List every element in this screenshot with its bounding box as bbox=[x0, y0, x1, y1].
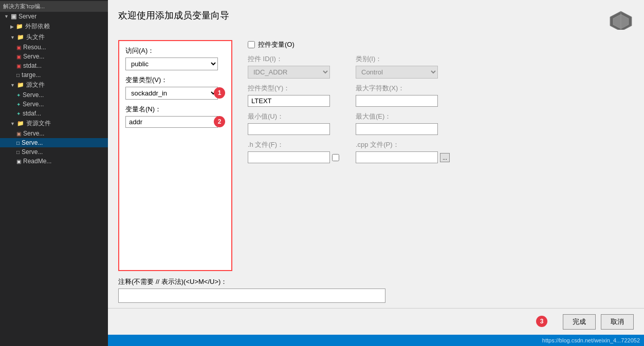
cpp-icon-3: ✦ bbox=[16, 111, 21, 117]
cpp-browse-button[interactable]: ... bbox=[440, 153, 450, 162]
dialog-body: 访问(A)： public protected private 变量类型(V)： bbox=[108, 35, 644, 308]
access-select[interactable]: public protected private bbox=[125, 57, 218, 70]
comment-section: 注释(不需要 // 表示法)(<U>M</U>)： bbox=[118, 277, 634, 303]
control-type-input bbox=[248, 95, 330, 107]
sidebar-item-serve6[interactable]: □ Serve... bbox=[0, 147, 108, 157]
main-area: 欢迎使用添加成员变量向导 访问(A)： bbox=[108, 0, 644, 346]
var-name-label: 变量名(N)： bbox=[125, 105, 225, 114]
dialog-icon-area bbox=[608, 9, 634, 30]
cancel-button[interactable]: 取消 bbox=[601, 314, 634, 330]
sidebar-item-serve3[interactable]: ✦ Serve... bbox=[0, 100, 108, 109]
h-file-row bbox=[248, 151, 340, 163]
server-label: Server bbox=[19, 13, 36, 20]
right-panel: 控件 ID(I)： IDC_ADDR 控件类型(Y)： 最小值(U)： bbox=[248, 54, 634, 163]
finish-button[interactable]: 完成 bbox=[563, 314, 596, 330]
h-file-label: .h 文件(F)： bbox=[248, 140, 340, 149]
sidebar-item-external-deps[interactable]: ▶ 📁 外部依赖 bbox=[0, 21, 108, 32]
rc-icon-2: □ bbox=[16, 149, 20, 155]
max-val-input bbox=[356, 123, 438, 135]
stdaf-label: stdaf... bbox=[23, 110, 41, 117]
dialog-footer: 3 完成 取消 bbox=[108, 308, 644, 335]
dialog-title: 欢迎使用添加成员变量向导 bbox=[118, 9, 229, 22]
sidebar-item-resou[interactable]: ▣ Resou... bbox=[0, 43, 108, 52]
category-select[interactable]: Control bbox=[356, 66, 438, 79]
sidebar-item-serve1[interactable]: ▣ Serve... bbox=[0, 52, 108, 61]
var-type-select[interactable]: sockaddr_in bbox=[125, 87, 218, 100]
comment-input[interactable] bbox=[118, 289, 385, 303]
var-name-input[interactable] bbox=[125, 116, 218, 128]
sidebar-item-server[interactable]: ▼ ▣ Server bbox=[0, 12, 108, 21]
min-val-input bbox=[248, 123, 330, 135]
external-deps-label: 外部依赖 bbox=[25, 22, 50, 31]
access-label: 访问(A)： bbox=[125, 46, 225, 55]
status-url: https://blog.csdn.net/weixin_4...722052 bbox=[542, 337, 640, 343]
max-chars-group: 最大字符数(X)： bbox=[356, 84, 450, 107]
serve2-label: Serve... bbox=[23, 91, 44, 99]
sidebar-item-readme[interactable]: ▣ ReadMe... bbox=[0, 157, 108, 166]
h-file-checkbox[interactable] bbox=[332, 154, 339, 161]
header-files-label: 头文件 bbox=[26, 33, 45, 42]
control-id-select[interactable]: IDC_ADDR bbox=[248, 66, 330, 79]
rc-icon: □ bbox=[16, 140, 20, 146]
sidebar-item-stdat[interactable]: ▣ stdat... bbox=[0, 61, 108, 70]
serve6-label: Serve... bbox=[22, 148, 43, 156]
status-bar: https://blog.csdn.net/weixin_4...722052 bbox=[108, 335, 644, 346]
right-col-right: 类别(I)： Control 最大字符数(X)： 最大值(E)： bbox=[356, 54, 450, 163]
min-val-label: 最小值(U)： bbox=[248, 112, 340, 121]
serve3-label: Serve... bbox=[23, 101, 44, 108]
var-name-group: 变量名(N)： 2 bbox=[125, 105, 225, 128]
h-file-icon: ▣ bbox=[16, 45, 21, 50]
sidebar-item-serve5[interactable]: □ Serve... bbox=[0, 138, 108, 147]
folder-icon-3: 📁 bbox=[17, 82, 24, 88]
cpp-icon-2: ✦ bbox=[16, 102, 21, 107]
right-col-left: 控件 ID(I)： IDC_ADDR 控件类型(Y)： 最小值(U)： bbox=[248, 54, 340, 163]
control-var-checkbox[interactable] bbox=[248, 41, 255, 48]
max-chars-input bbox=[356, 95, 438, 107]
dialog-container: 欢迎使用添加成员变量向导 访问(A)： bbox=[108, 0, 644, 335]
max-val-label: 最大值(E)： bbox=[356, 112, 450, 121]
sidebar-item-stdaf[interactable]: ✦ stdaf... bbox=[0, 109, 108, 118]
resource-files-label: 资源文件 bbox=[26, 119, 51, 128]
sidebar-item-resource-files[interactable]: ▼ 📁 资源文件 bbox=[0, 118, 108, 129]
min-val-group: 最小值(U)： bbox=[248, 112, 340, 135]
server-icon: ▣ bbox=[11, 13, 16, 20]
wizard-icon bbox=[608, 9, 634, 30]
folder-icon-2: 📁 bbox=[17, 34, 24, 41]
h-file-group: .h 文件(F)： bbox=[248, 140, 340, 163]
sidebar-item-serve4[interactable]: ▣ Serve... bbox=[0, 129, 108, 138]
var-type-group: 变量类型(V)： sockaddr_in 1 bbox=[125, 75, 225, 100]
badge-2: 2 bbox=[214, 116, 225, 127]
cpp-file-row: ... bbox=[356, 151, 450, 163]
h-file-icon-2: ▣ bbox=[16, 54, 21, 60]
sidebar-item-source-files[interactable]: ▼ 📁 源文件 bbox=[0, 80, 108, 90]
max-val-group: 最大值(E)： bbox=[356, 112, 450, 135]
access-group: 访问(A)： public protected private bbox=[125, 46, 225, 70]
var-type-label: 变量类型(V)： bbox=[125, 75, 225, 85]
control-type-group: 控件类型(Y)： bbox=[248, 84, 340, 107]
control-type-label: 控件类型(Y)： bbox=[248, 84, 340, 93]
dialog-header: 欢迎使用添加成员变量向导 bbox=[108, 0, 644, 35]
folder-icon: 📁 bbox=[16, 23, 23, 30]
cpp-file-input bbox=[356, 151, 438, 163]
serve1-label: Serve... bbox=[23, 53, 44, 60]
main-layout: 访问(A)： public protected private 变量类型(V)： bbox=[118, 40, 634, 271]
source-files-label: 源文件 bbox=[26, 81, 45, 89]
control-var-row: 控件变量(O) bbox=[248, 40, 634, 49]
sidebar: 解决方案'tcp编... ▼ ▣ Server ▶ 📁 外部依赖 ▼ 📁 头文件… bbox=[0, 0, 108, 346]
stdat-label: stdat... bbox=[23, 62, 42, 69]
right-section: 控件变量(O) 控件 ID(I)： IDC_ADDR bbox=[248, 40, 634, 271]
targe-label: targe... bbox=[22, 71, 41, 79]
cpp-file-label: .cpp 文件(P)： bbox=[356, 140, 450, 149]
access-field-wrapper: public protected private bbox=[125, 57, 225, 70]
badge-3: 3 bbox=[536, 316, 547, 327]
sidebar-item-serve2[interactable]: ✦ Serve... bbox=[0, 90, 108, 100]
left-section: 访问(A)： public protected private 变量类型(V)： bbox=[118, 40, 232, 271]
control-id-label: 控件 ID(I)： bbox=[248, 54, 340, 64]
category-label: 类别(I)： bbox=[356, 54, 450, 64]
serve4-label: Serve... bbox=[23, 130, 44, 137]
sidebar-item-targe[interactable]: □ targe... bbox=[0, 70, 108, 80]
resou-label: Resou... bbox=[23, 44, 46, 51]
txt-icon: ▣ bbox=[16, 159, 21, 164]
max-chars-label: 最大字符数(X)： bbox=[356, 84, 450, 93]
sidebar-item-header-files[interactable]: ▼ 📁 头文件 bbox=[0, 32, 108, 43]
